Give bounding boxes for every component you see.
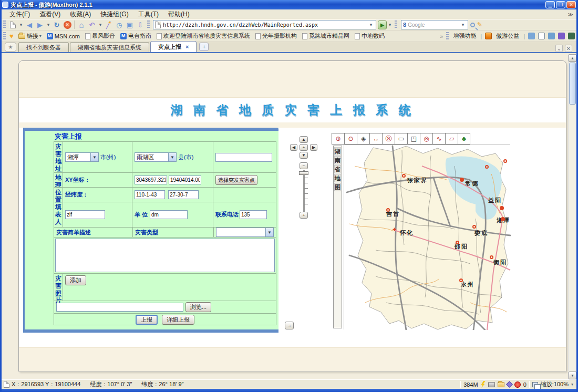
address-detail-input[interactable] xyxy=(215,153,272,162)
county-select[interactable]: 雨湖区 ▼ xyxy=(135,152,177,162)
page-resize-icon[interactable] xyxy=(532,382,538,387)
pan-up-button[interactable]: ▲ xyxy=(300,136,308,143)
search-box[interactable]: 8 Google ▾ xyxy=(401,20,468,29)
toolbar-grip[interactable] xyxy=(3,20,6,29)
new-page-dropdown[interactable]: ▾ xyxy=(18,20,24,29)
bookmark-item[interactable]: 觅路城市精品网 xyxy=(300,32,352,40)
url-text[interactable]: http://dzzh.hndh.gov.cn/dzzhWeb/MainRepo… xyxy=(163,22,368,28)
search-placeholder[interactable]: Google xyxy=(408,22,460,28)
reporter-input[interactable] xyxy=(65,210,105,219)
new-page-button[interactable] xyxy=(8,20,17,29)
search-engine-dropdown[interactable]: ▾ xyxy=(460,20,466,29)
menu-item[interactable]: 文件(F) xyxy=(5,9,35,19)
pick-point-button[interactable]: 选择突发灾害点 xyxy=(215,175,257,185)
boost-icon[interactable] xyxy=(481,381,486,388)
window-icon[interactable] xyxy=(538,33,545,39)
undo-button[interactable]: ↶ xyxy=(87,20,97,29)
tab-list-icon[interactable]: ⌄ xyxy=(555,45,563,52)
measure-tool[interactable]: ↔ xyxy=(369,133,382,145)
pan-right-button[interactable]: ▶ xyxy=(310,144,317,151)
menu-item[interactable]: 收藏(A) xyxy=(65,9,96,19)
tab-close-icon[interactable]: × xyxy=(185,44,189,50)
magic-fill-button[interactable]: ╱★ xyxy=(104,20,113,29)
unselect-rect-tool[interactable]: ◳ xyxy=(407,133,420,145)
zoom-out-tool[interactable]: ⊖ xyxy=(344,133,357,145)
unit-input[interactable] xyxy=(150,210,188,219)
charity-link[interactable]: 傲游公益 xyxy=(493,32,522,40)
favorites-heart-icon[interactable]: ♥ xyxy=(9,32,14,40)
home-button[interactable]: ⌂ xyxy=(77,20,86,29)
browser-tab[interactable]: 找不到服务器 xyxy=(18,42,69,52)
scroll-down-icon[interactable]: ▼ xyxy=(569,372,576,379)
url-dropdown[interactable]: ▾ xyxy=(368,20,374,29)
favorites-star-button[interactable]: ★ xyxy=(5,43,16,51)
app-grid-icon[interactable] xyxy=(568,33,575,39)
bookmarks-overflow[interactable]: » xyxy=(438,33,445,39)
zoom-control[interactable]: 缩放:100% xyxy=(541,380,569,388)
v-plugin-icon[interactable] xyxy=(558,33,565,39)
pan-left-button[interactable]: ◀ xyxy=(290,144,297,151)
minimize-button[interactable]: ▁ xyxy=(545,1,555,8)
scroll-up-icon[interactable]: ▲ xyxy=(569,54,576,62)
browse-button[interactable]: 浏览... xyxy=(185,302,211,312)
zoom-dropdown-icon[interactable]: ▾ xyxy=(571,382,573,387)
zoom-in-step-button[interactable]: + xyxy=(300,212,308,219)
map-layer-strip[interactable]: 湖南省地图 xyxy=(333,146,342,328)
toolbar-grip3[interactable] xyxy=(395,20,397,29)
enhance-menu[interactable]: 增强功能 xyxy=(450,32,479,40)
scale-tool[interactable]: Ⓢ xyxy=(382,133,395,145)
zoom-slider-handle[interactable] xyxy=(299,171,308,175)
go-button[interactable]: ▶ xyxy=(378,20,387,29)
add-photo-button[interactable]: 添加 xyxy=(65,275,86,285)
draw-line-tool[interactable]: ∿ xyxy=(432,133,445,145)
address-bar[interactable]: http://dzzh.hndh.gov.cn/dzzhWeb/MainRepo… xyxy=(153,20,376,29)
download-button[interactable]: ⇩ xyxy=(136,20,145,29)
undo-dropdown[interactable]: ▾ xyxy=(98,20,103,29)
zoom-in-tool[interactable]: ⊕ xyxy=(332,133,344,145)
back-button[interactable]: ◀ xyxy=(25,20,34,29)
bookmarks-grip[interactable] xyxy=(3,32,6,40)
menu-item[interactable]: 查看(V) xyxy=(35,9,65,19)
submit-button[interactable]: 上报 xyxy=(136,315,158,325)
disaster-type-select[interactable]: ▼ xyxy=(216,228,274,237)
history-clock-button[interactable]: ◷ xyxy=(115,20,124,29)
city-select[interactable]: 湘潭 ▼ xyxy=(65,152,99,162)
browser-tab[interactable]: 湖南省地质灾害信息系统 xyxy=(70,42,149,52)
scrollbar-thumb[interactable] xyxy=(569,63,576,105)
plugins-grip[interactable] xyxy=(446,32,449,40)
menu-item[interactable]: 快捷组(G) xyxy=(96,9,133,19)
printer-icon[interactable] xyxy=(488,382,495,387)
latitude-input[interactable] xyxy=(168,190,199,199)
description-textarea[interactable] xyxy=(55,239,275,272)
eagle-eye-tool[interactable]: ◈ xyxy=(357,133,369,145)
notes-icon[interactable] xyxy=(548,33,555,39)
go-dropdown[interactable]: ▾ xyxy=(387,20,393,29)
page-scrollbar[interactable]: ▲ ▼ xyxy=(568,54,576,379)
new-tab-button[interactable]: + xyxy=(199,43,209,51)
detail-submit-button[interactable]: 详细上报 xyxy=(162,315,194,325)
charity-icon[interactable] xyxy=(485,33,492,39)
pan-down-button[interactable]: ▼ xyxy=(300,152,308,159)
links-folder[interactable]: 链接 ▾ xyxy=(16,32,44,40)
bookmark-item[interactable]: 光年摄影机构 xyxy=(253,32,300,40)
downloads-folder-icon[interactable] xyxy=(498,382,504,387)
pan-center-button[interactable]: + xyxy=(300,144,308,151)
bookmark-item[interactable]: MSN.com xyxy=(44,32,82,40)
refresh-button[interactable]: ↻ xyxy=(52,20,61,29)
menu-item[interactable]: 工具(T) xyxy=(133,9,163,19)
zoom-out-step-button[interactable]: − xyxy=(300,162,308,169)
tab-close-all-icon[interactable]: ✕ xyxy=(565,45,572,52)
longitude-input[interactable] xyxy=(135,190,165,199)
layer-tree-tool[interactable]: ♣ xyxy=(458,133,470,145)
menu-item[interactable]: 帮助(H) xyxy=(163,9,194,19)
bookmark-item[interactable]: 中地数码 xyxy=(352,32,387,40)
close-button[interactable]: ✕ xyxy=(566,1,576,8)
restore-button[interactable]: ❐ xyxy=(556,1,565,8)
y-coordinate-input[interactable] xyxy=(169,176,201,184)
browser-tab[interactable]: 灾点上报 × xyxy=(150,41,197,52)
toolbar-grip2[interactable] xyxy=(147,20,150,29)
proxy-icon[interactable] xyxy=(528,33,535,39)
bookmark-item[interactable]: 欢迎登陆湖南省地质灾害信息系统 xyxy=(154,32,253,40)
stop-button[interactable]: ✕ xyxy=(63,20,72,29)
panel-collapse-button[interactable]: → xyxy=(285,322,294,329)
